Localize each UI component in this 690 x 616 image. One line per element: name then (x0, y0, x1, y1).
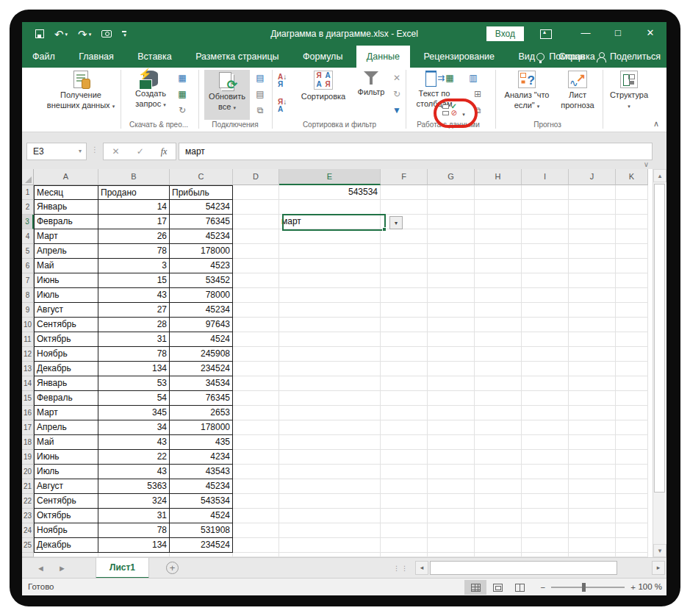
row-header-14[interactable]: 14 (22, 376, 34, 391)
cell-C17[interactable]: 178000 (170, 420, 233, 435)
cell-B4[interactable]: 26 (98, 229, 170, 244)
cell-I10[interactable] (522, 318, 569, 332)
column-header-J[interactable]: J (569, 169, 616, 185)
cell-A24[interactable]: Ноябрь (34, 523, 98, 538)
cell-D4[interactable] (233, 229, 279, 244)
cell-F12[interactable] (381, 347, 428, 362)
cell-I24[interactable] (522, 523, 569, 538)
name-box-dropdown-icon[interactable]: ▾ (79, 143, 82, 160)
cell-I3[interactable] (522, 215, 569, 229)
properties-icon[interactable]: ▤ (254, 88, 266, 100)
cell-E12[interactable] (279, 347, 381, 362)
row-header-2[interactable]: 2 (22, 200, 34, 215)
cell-A11[interactable]: Октябрь (34, 332, 98, 347)
cell-D3[interactable] (233, 215, 279, 229)
recent-sources-icon[interactable]: ↻ (176, 104, 188, 116)
cell-G2[interactable] (428, 200, 475, 215)
cell-K9[interactable] (616, 303, 648, 318)
row-header-24[interactable]: 24 (22, 523, 34, 538)
cell-K6[interactable] (616, 259, 648, 273)
cell-J10[interactable] (569, 318, 616, 332)
cell-D24[interactable] (233, 523, 279, 538)
row-header-11[interactable]: 11 (22, 332, 34, 347)
cell-E2[interactable] (279, 200, 381, 215)
cell-K1[interactable] (616, 185, 648, 200)
tab-formulas[interactable]: Формулы (292, 46, 353, 68)
tab-page-layout[interactable]: Разметка страницы (185, 46, 289, 68)
column-header-B[interactable]: B (98, 169, 170, 185)
cell-H3[interactable] (475, 215, 522, 229)
cell-G23[interactable] (428, 509, 475, 523)
cell-C9[interactable]: 45234 (170, 303, 233, 318)
cell-F22[interactable] (381, 494, 428, 509)
cell-D15[interactable] (233, 391, 279, 406)
cell-C11[interactable]: 4524 (170, 332, 233, 347)
formula-input[interactable]: март ∨ (179, 143, 653, 160)
cell-F16[interactable] (381, 406, 428, 420)
row-header-12[interactable]: 12 (22, 347, 34, 362)
cell-K19[interactable] (616, 450, 648, 465)
filter-button[interactable]: Фильтр (354, 70, 388, 98)
cell-E19[interactable] (279, 450, 381, 465)
cell-B8[interactable]: 43 (98, 288, 170, 303)
cell-I1[interactable] (522, 185, 569, 200)
cell-B16[interactable]: 345 (98, 406, 170, 420)
cell-E21[interactable] (279, 479, 381, 494)
cell-F7[interactable] (381, 273, 428, 288)
cell-B6[interactable]: 3 (98, 259, 170, 273)
cell-C16[interactable]: 2653 (170, 406, 233, 420)
cell-J2[interactable] (569, 200, 616, 215)
horizontal-scroll-thumb[interactable] (430, 561, 617, 575)
sign-in-button[interactable]: Вход (486, 26, 524, 41)
forecast-sheet-button[interactable]: Лист прогноза (556, 70, 600, 111)
row-header-16[interactable]: 16 (22, 406, 34, 420)
tab-data[interactable]: Данные (356, 46, 410, 68)
cell-J8[interactable] (569, 288, 616, 303)
cell-K18[interactable] (616, 435, 648, 450)
cell-C6[interactable]: 4523 (170, 259, 233, 273)
cell-B10[interactable]: 28 (98, 318, 170, 332)
cell-F17[interactable] (381, 420, 428, 435)
row-header-6[interactable]: 6 (22, 259, 34, 273)
cell-G15[interactable] (428, 391, 475, 406)
cell-D13[interactable] (233, 362, 279, 376)
cell-E5[interactable] (279, 244, 381, 259)
cell-I8[interactable] (522, 288, 569, 303)
cell-B24[interactable]: 78 (98, 523, 170, 538)
cell-A17[interactable]: Апрель (34, 420, 98, 435)
cell-G24[interactable] (428, 523, 475, 538)
column-header-A[interactable]: A (34, 169, 98, 185)
cell-B2[interactable]: 14 (98, 200, 170, 215)
cell-G19[interactable] (428, 450, 475, 465)
cell-K24[interactable] (616, 523, 648, 538)
cell-A12[interactable]: Ноябрь (34, 347, 98, 362)
cell-D17[interactable] (233, 420, 279, 435)
cell-A23[interactable]: Октябрь (34, 509, 98, 523)
cell-H17[interactable] (475, 420, 522, 435)
cell-I4[interactable] (522, 229, 569, 244)
row-header-13[interactable]: 13 (22, 362, 34, 376)
cell-B12[interactable]: 78 (98, 347, 170, 362)
cell-G11[interactable] (428, 332, 475, 347)
cell-F15[interactable] (381, 391, 428, 406)
assistant-label[interactable]: Помощн (549, 51, 585, 62)
cell-F4[interactable] (381, 229, 428, 244)
tab-review[interactable]: Рецензирование (413, 46, 505, 68)
cell-F9[interactable] (381, 303, 428, 318)
row-header-25[interactable]: 25 (22, 538, 34, 553)
cell-J7[interactable] (569, 273, 616, 288)
cell-J15[interactable] (569, 391, 616, 406)
cell-G7[interactable] (428, 273, 475, 288)
cell-H12[interactable] (475, 347, 522, 362)
cell-E9[interactable] (279, 303, 381, 318)
cell-B14[interactable]: 53 (98, 376, 170, 391)
cell-K11[interactable] (616, 332, 648, 347)
cell-F6[interactable] (381, 259, 428, 273)
cell-K20[interactable] (616, 465, 648, 479)
column-header-F[interactable]: F (381, 169, 428, 185)
cell-C7[interactable]: 53452 (170, 273, 233, 288)
cell-G5[interactable] (428, 244, 475, 259)
cell-J16[interactable] (569, 406, 616, 420)
cell-A25[interactable]: Декабрь (34, 538, 98, 553)
cell-E11[interactable] (279, 332, 381, 347)
